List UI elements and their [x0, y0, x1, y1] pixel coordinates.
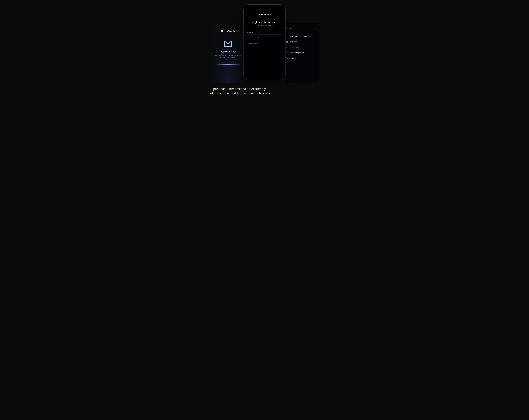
phone-mockup: ITSWARE Login into Your Account Please e…: [243, 4, 286, 81]
password-input[interactable]: [247, 34, 282, 40]
brand-name: ITSWARE: [261, 13, 271, 15]
brand-name: ITSWARE: [225, 30, 235, 32]
brand-logo: ITSWARE: [258, 13, 271, 16]
logout-icon: [286, 57, 288, 59]
menu-item-users[interactable]: User Management: [286, 52, 316, 54]
password-reset-card: ITSWARE Password Reset Reset Instruction…: [210, 23, 247, 82]
logo-icon: [221, 30, 224, 32]
menu-item-profile[interactable]: User Profile: [286, 46, 316, 48]
forgot-password-link[interactable]: Forgot password?: [247, 42, 259, 44]
brand-logo: ITSWARE: [221, 30, 235, 32]
svg-point-2: [287, 41, 288, 42]
menu-item-tag[interactable]: Tag Items: [286, 41, 316, 43]
login-title: Login into Your Account: [252, 21, 277, 24]
menu-item-dashboard[interactable]: Item Profile Dashboard: [286, 35, 316, 37]
login-subtitle: Please enter your password: [256, 25, 273, 26]
bell-icon: [286, 52, 288, 54]
menu-item-label: Log Out: [290, 57, 296, 59]
logo-icon: [258, 13, 260, 16]
svg-rect-4: [287, 42, 288, 43]
user-icon: [286, 46, 288, 48]
menu-item-label: User Profile: [290, 46, 299, 48]
menu-title: Menu: [286, 28, 291, 30]
menu-item-label: Item Profile Dashboard: [290, 35, 307, 37]
svg-rect-1: [286, 41, 287, 42]
password-label: Password: [247, 32, 282, 33]
menu-item-label: User Management: [290, 52, 304, 54]
menu-item-logout[interactable]: Log Out: [286, 57, 316, 59]
reset-subtitle: Reset Instructions have been sent to you…: [214, 54, 242, 59]
menu-card: Menu Item Profile Dashboard Tag Items: [282, 23, 319, 82]
mail-icon: [224, 41, 232, 47]
dynamic-island: [258, 6, 271, 10]
svg-point-5: [287, 47, 287, 47]
grid-icon: [286, 41, 288, 43]
reset-title: Password Reset: [219, 50, 237, 53]
menu-item-label: Tag Items: [290, 41, 297, 43]
svg-point-3: [286, 42, 287, 43]
cube-icon: [286, 35, 288, 37]
close-icon[interactable]: [314, 27, 316, 30]
caption-text: Experience a streamlined, user-friendly …: [203, 87, 271, 95]
